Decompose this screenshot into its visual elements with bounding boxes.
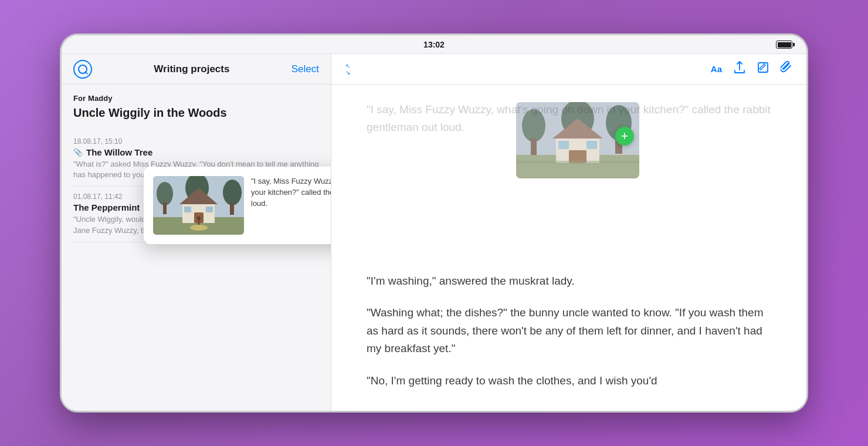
svg-point-18 (522, 109, 545, 142)
status-bar: 13:02 (62, 35, 806, 54)
drag-preview-image (153, 176, 244, 235)
document-text: "I'm washing," answered the muskrat lady… (367, 272, 771, 390)
svg-rect-2 (163, 202, 167, 214)
paragraph-3: "No, I'm getting ready to wash the cloth… (367, 372, 771, 390)
compose-button[interactable] (757, 62, 769, 76)
right-header-actions: Aa (711, 61, 792, 77)
font-size-button[interactable]: Aa (711, 64, 722, 74)
svg-rect-28 (558, 141, 569, 149)
font-icon: Aa (711, 64, 722, 74)
svg-rect-11 (184, 207, 191, 212)
svg-point-14 (197, 217, 201, 220)
right-content[interactable]: + "I say, Miss Fuzzy Wuzzy, what's going… (331, 85, 806, 411)
app-container: Writing projects Select For Maddy Uncle … (62, 54, 806, 411)
plus-icon: + (621, 130, 629, 143)
right-panel: ↖ ↘ Aa (331, 54, 806, 411)
section-title: Uncle Wiggily in the Woods (73, 106, 319, 120)
left-content: For Maddy Uncle Wiggily in the Woods 18.… (62, 85, 331, 411)
add-badge: + (615, 127, 634, 146)
svg-point-3 (223, 180, 242, 205)
search-button[interactable] (73, 60, 92, 79)
battery-fill (778, 42, 791, 48)
drag-preview-popup: "I say, Miss Fuzzy Wuzzy, what's going o… (144, 167, 331, 244)
svg-point-1 (157, 182, 173, 205)
item-date: 18.08.17, 15:10 (73, 137, 319, 146)
panel-title: Writing projects (154, 63, 229, 75)
battery-indicator (776, 39, 792, 50)
compose-icon (757, 62, 769, 76)
select-button[interactable]: Select (291, 63, 319, 75)
share-icon (734, 61, 745, 77)
item-title: 📎 The Willow Tree (73, 147, 319, 157)
device-frame: 13:02 Writing projects Select For Maddy … (62, 35, 806, 411)
attach-icon (781, 61, 792, 77)
svg-point-13 (190, 225, 208, 231)
paragraph-2: "Washing what; the dishes?" the bunny un… (367, 304, 771, 357)
right-header-left: ↖ ↘ (345, 63, 350, 76)
svg-rect-19 (531, 138, 537, 155)
svg-rect-15 (198, 220, 200, 225)
drag-preview-text: "I say, Miss Fuzzy Wuzzy, what's going o… (251, 176, 331, 210)
section-label: For Maddy (73, 94, 319, 103)
share-button[interactable] (734, 61, 745, 77)
svg-rect-12 (206, 207, 213, 212)
left-header: Writing projects Select (62, 54, 331, 85)
attach-button[interactable] (781, 61, 792, 77)
svg-rect-4 (230, 203, 234, 215)
resize-icon: ↖ ↘ (345, 63, 350, 76)
clip-icon: 📎 (73, 148, 83, 157)
svg-rect-29 (586, 141, 597, 149)
battery-icon (776, 40, 792, 49)
resize-button[interactable]: ↖ ↘ (345, 63, 350, 76)
left-panel: Writing projects Select For Maddy Uncle … (62, 54, 331, 411)
status-time: 13:02 (423, 40, 445, 49)
svg-rect-30 (516, 161, 639, 164)
right-header: ↖ ↘ Aa (331, 54, 806, 85)
paragraph-1: "I'm washing," answered the muskrat lady… (367, 272, 771, 290)
